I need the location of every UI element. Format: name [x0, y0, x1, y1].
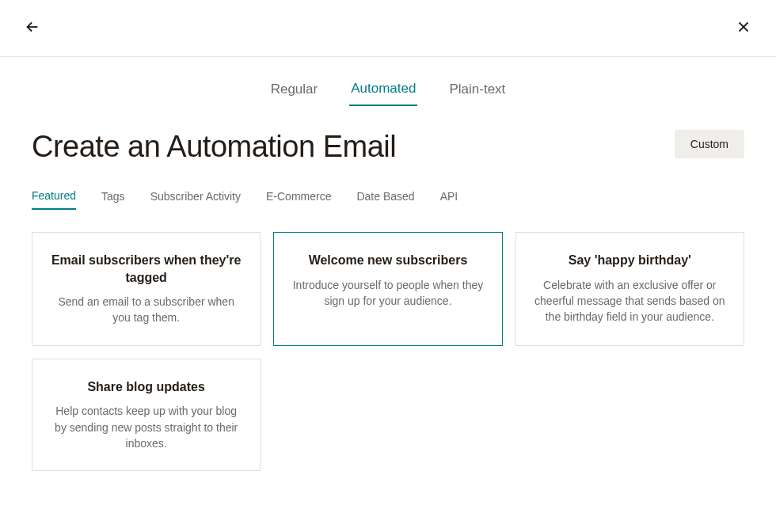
card-grid: Email subscribers when they're tagged Se… — [32, 232, 744, 471]
card-desc: Celebrate with an exclusive offer or che… — [532, 277, 728, 325]
content-area: Create an Automation Email Custom Featur… — [0, 106, 776, 471]
subtab-featured[interactable]: Featured — [32, 186, 76, 210]
automation-card[interactable]: Welcome new subscribers Introduce yourse… — [273, 232, 502, 346]
back-button[interactable] — [19, 13, 46, 43]
subtab-ecommerce[interactable]: E-Commerce — [266, 186, 331, 210]
arrow-left-icon — [24, 18, 41, 38]
tab-plain-text[interactable]: Plain-text — [447, 76, 507, 106]
subtab-api[interactable]: API — [440, 186, 458, 210]
subtab-date-based[interactable]: Date Based — [356, 186, 414, 210]
automation-card[interactable]: Share blog updates Help contacts keep up… — [32, 359, 261, 471]
tab-automated[interactable]: Automated — [349, 76, 417, 106]
close-button[interactable] — [730, 13, 757, 43]
subtab-tags[interactable]: Tags — [101, 186, 125, 210]
card-desc: Introduce yourself to people when they s… — [290, 277, 485, 310]
card-title: Say 'happy birthday' — [532, 252, 728, 269]
subtab-subscriber-activity[interactable]: Subscriber Activity — [150, 186, 241, 210]
page-title: Create an Automation Email — [32, 130, 396, 164]
secondary-tabs: Featured Tags Subscriber Activity E-Comm… — [32, 186, 744, 210]
card-desc: Help contacts keep up with your blog by … — [48, 403, 244, 451]
automation-card[interactable]: Say 'happy birthday' Celebrate with an e… — [515, 232, 744, 346]
header-bar — [0, 0, 776, 57]
close-icon — [735, 18, 752, 38]
tab-regular[interactable]: Regular — [269, 76, 320, 106]
card-desc: Send an email to a subscriber when you t… — [48, 294, 244, 326]
card-title: Share blog updates — [48, 378, 244, 396]
card-title: Email subscribers when they're tagged — [48, 252, 244, 286]
title-row: Create an Automation Email Custom — [32, 130, 744, 164]
primary-tabs: Regular Automated Plain-text — [0, 76, 776, 106]
automation-card[interactable]: Email subscribers when they're tagged Se… — [32, 232, 261, 346]
card-title: Welcome new subscribers — [290, 252, 485, 269]
custom-button[interactable]: Custom — [675, 130, 744, 158]
